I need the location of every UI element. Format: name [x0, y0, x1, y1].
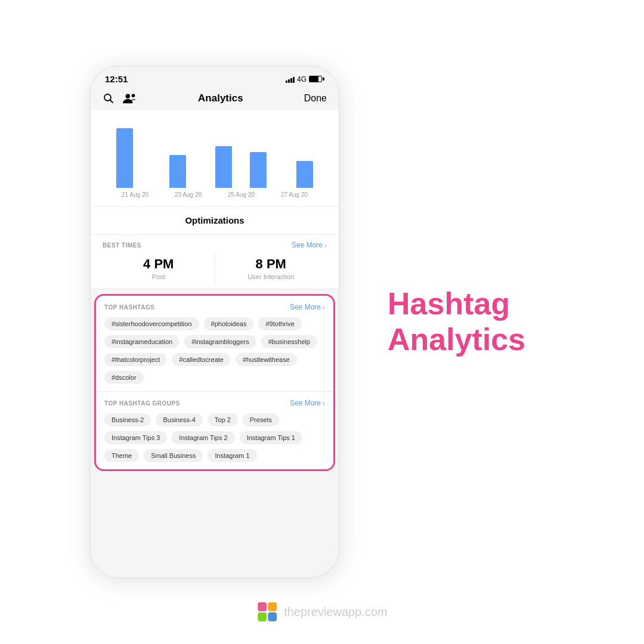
pink-highlight-box: TOP HASHTAGS See More › #sisterhoodoverc…	[94, 294, 335, 471]
people-icon[interactable]	[123, 92, 137, 104]
group-pill: Presets	[243, 413, 279, 426]
time-item-interaction: 8 PM User Interaction	[215, 254, 327, 283]
hashtag-line1: Hashtag	[388, 286, 510, 321]
done-button[interactable]: Done	[304, 93, 327, 104]
phone-frame: 12:51 4G	[89, 66, 340, 578]
groups-see-more[interactable]: See More ›	[290, 399, 325, 407]
hashtag-line2: Analytics	[388, 322, 525, 357]
tag-pill: #instagrambloggers	[184, 335, 256, 348]
status-icons: 4G	[286, 75, 324, 83]
group-pill: Instagram Tips 2	[172, 431, 234, 444]
top-hashtag-groups-section: TOP HASHTAG GROUPS See More › Business-2…	[96, 392, 333, 469]
groups-label: TOP HASHTAG GROUPS	[104, 400, 180, 407]
tag-pill: #businesshelp	[261, 335, 317, 348]
tag-pill: #sisterhoodovercompetition	[104, 317, 199, 330]
group-pill: Top 2	[208, 413, 238, 426]
group-pill: Business-2	[104, 413, 151, 426]
bar-group-2	[162, 155, 194, 188]
signal-bar-2	[288, 79, 290, 83]
battery-tip	[323, 78, 324, 80]
bar-group-3a	[208, 146, 240, 188]
svg-rect-5	[258, 602, 267, 611]
tag-pill: #calledtocreate	[172, 353, 231, 366]
group-pill: Theme	[104, 449, 139, 462]
bar-3b	[250, 152, 267, 188]
status-bar: 12:51 4G	[91, 67, 339, 89]
interaction-time-value: 8 PM	[215, 256, 327, 272]
best-times-section: BEST TIMES See More › 4 PM Post 8 PM Use…	[91, 235, 339, 289]
group-pill: Instagram Tips 1	[240, 431, 302, 444]
nav-bar: Analytics Done	[91, 89, 339, 110]
groups-header: TOP HASHTAG GROUPS See More ›	[104, 399, 325, 407]
bar-group-4	[289, 161, 321, 188]
optimizations-title: Optimizations	[185, 215, 244, 225]
chevron-right-icon: ›	[324, 242, 327, 249]
group-pill: Instagram 1	[208, 449, 256, 462]
signal-bar-1	[286, 80, 287, 83]
tag-pill: #thatcolorproject	[104, 353, 167, 366]
tag-pill: #hustlewithease	[236, 353, 297, 366]
search-icon[interactable]	[103, 92, 114, 104]
hashtags-chevron-icon: ›	[323, 304, 325, 311]
network-label: 4G	[297, 75, 306, 83]
nav-title: Analytics	[137, 92, 304, 104]
bar-group-1	[109, 128, 141, 188]
hashtag-analytics-title: Hashtag Analytics	[388, 286, 525, 358]
hashtags-header: TOP HASHTAGS See More ›	[104, 303, 325, 311]
tag-pill: #9tothrive	[258, 317, 301, 330]
best-times-label: BEST TIMES	[103, 242, 141, 249]
chart-label-3: 25 Aug 20	[215, 191, 268, 198]
time-item-post: 4 PM Post	[103, 254, 215, 283]
bar-group-3b	[242, 152, 274, 188]
hashtags-label: TOP HASHTAGS	[104, 304, 154, 311]
hashtags-see-more[interactable]: See More ›	[290, 303, 325, 311]
brand-url: thepreviewapp.com	[284, 605, 387, 619]
svg-rect-8	[268, 612, 277, 621]
tag-pill: #photoideas	[204, 317, 254, 330]
bar-3a	[215, 146, 232, 188]
chart-bars	[103, 116, 327, 188]
brand-logo-icon	[256, 601, 278, 623]
bottom-branding: thepreviewapp.com	[256, 601, 387, 623]
svg-rect-6	[268, 602, 277, 611]
bar-1	[116, 128, 133, 188]
post-time-desc: Post	[103, 273, 215, 280]
svg-rect-7	[258, 612, 267, 621]
battery-icon	[309, 76, 324, 82]
tag-pill: #instagrameducation	[104, 335, 179, 348]
chart-label-2: 23 Aug 20	[162, 191, 215, 198]
page-container: 12:51 4G	[0, 0, 644, 644]
svg-line-1	[110, 100, 113, 103]
best-times-header: BEST TIMES See More ›	[103, 241, 327, 249]
groups-container: Business-2 Business-4 Top 2 Presets Inst…	[104, 413, 325, 462]
interaction-time-desc: User Interaction	[215, 273, 327, 280]
chart-label-1: 21 Aug 20	[109, 191, 162, 198]
battery-body	[309, 76, 322, 82]
chart-label-4: 27 Aug 20	[268, 191, 321, 198]
status-time: 12:51	[105, 74, 128, 84]
right-content: Hashtag Analytics	[388, 286, 525, 358]
top-hashtags-section: TOP HASHTAGS See More › #sisterhoodoverc…	[96, 296, 333, 392]
group-pill: Instagram Tips 3	[104, 431, 167, 444]
bar-2	[169, 155, 186, 188]
times-row: 4 PM Post 8 PM User Interaction	[103, 254, 327, 283]
bar-4	[296, 161, 313, 188]
signal-bar-4	[293, 77, 295, 83]
groups-chevron-icon: ›	[323, 400, 325, 407]
signal-bar-3	[290, 78, 292, 83]
group-pill: Small Business	[144, 449, 203, 462]
signal-bars-icon	[286, 76, 295, 83]
chart-area: 21 Aug 20 23 Aug 20 25 Aug 20 27 Aug 20	[91, 110, 339, 207]
nav-left	[103, 92, 137, 104]
optimizations-header: Optimizations	[91, 207, 339, 235]
chart-labels: 21 Aug 20 23 Aug 20 25 Aug 20 27 Aug 20	[103, 188, 327, 198]
tag-pill: #dscolor	[104, 371, 144, 384]
hashtags-container: #sisterhoodovercompetition #photoideas #…	[104, 317, 325, 384]
post-time-value: 4 PM	[103, 256, 215, 272]
svg-point-2	[126, 94, 130, 98]
best-times-see-more[interactable]: See More ›	[292, 241, 327, 249]
battery-fill	[309, 76, 318, 82]
svg-point-3	[132, 94, 135, 98]
group-pill: Business-4	[156, 413, 202, 426]
